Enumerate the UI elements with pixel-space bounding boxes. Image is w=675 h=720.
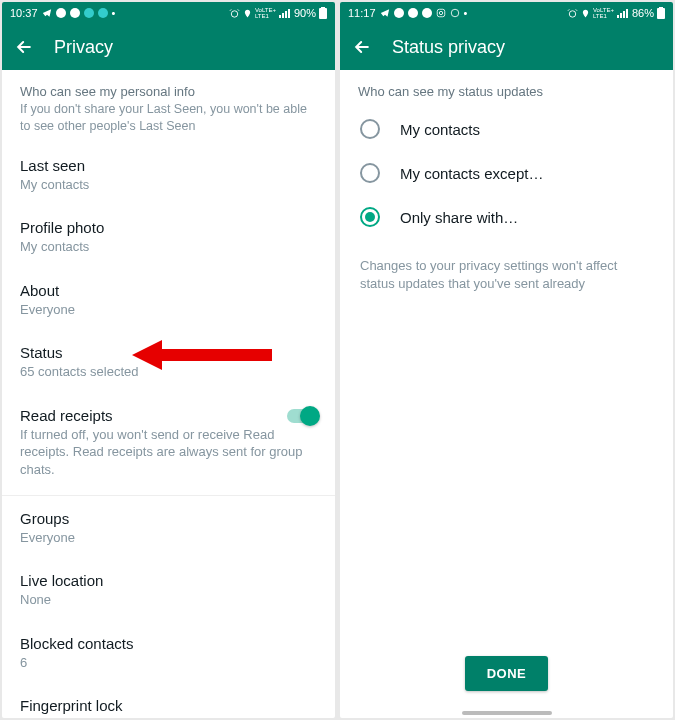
item-title: Blocked contacts bbox=[20, 635, 317, 652]
back-icon[interactable] bbox=[352, 37, 372, 57]
circle-icon bbox=[408, 8, 418, 18]
svg-point-17 bbox=[451, 9, 459, 17]
radio-group: My contacts My contacts except… Only sha… bbox=[340, 101, 673, 249]
svg-rect-24 bbox=[659, 7, 663, 9]
signal-icon bbox=[279, 8, 291, 18]
battery-icon bbox=[319, 7, 327, 19]
read-receipts-toggle[interactable] bbox=[287, 409, 317, 423]
page-title: Status privacy bbox=[392, 37, 505, 58]
svg-rect-22 bbox=[626, 9, 628, 18]
instagram-icon bbox=[436, 8, 446, 18]
back-icon[interactable] bbox=[14, 37, 34, 57]
item-sub: None bbox=[20, 591, 317, 609]
svg-rect-23 bbox=[657, 8, 665, 19]
phone-left-privacy: 10:37 • VoLTE+LTE1 90% Privacy Who can s… bbox=[2, 2, 335, 718]
section-subtext: If you don't share your Last Seen, you w… bbox=[2, 101, 335, 145]
svg-point-14 bbox=[422, 8, 432, 18]
location-icon bbox=[581, 8, 590, 19]
telegram-icon bbox=[42, 8, 52, 18]
item-title: Status bbox=[20, 344, 317, 361]
title-bar: Status privacy bbox=[340, 24, 673, 70]
item-groups[interactable]: Groups Everyone bbox=[2, 498, 335, 561]
item-sub: My contacts bbox=[20, 176, 317, 194]
item-sub: My contacts bbox=[20, 238, 317, 256]
svg-point-3 bbox=[98, 8, 108, 18]
svg-rect-5 bbox=[279, 15, 281, 18]
title-bar: Privacy bbox=[2, 24, 335, 70]
circle-icon bbox=[84, 8, 94, 18]
battery-icon bbox=[657, 7, 665, 19]
svg-rect-21 bbox=[623, 11, 625, 18]
item-sub: Everyone bbox=[20, 529, 317, 547]
status-privacy-content: Who can see my status updates My contact… bbox=[340, 70, 673, 718]
svg-point-0 bbox=[56, 8, 66, 18]
dot-icon: • bbox=[464, 7, 468, 19]
item-sub: Everyone bbox=[20, 301, 317, 319]
radio-my-contacts[interactable]: My contacts bbox=[340, 107, 673, 151]
item-about[interactable]: About Everyone bbox=[2, 270, 335, 333]
phone-right-status-privacy: 11:17 • VoLTE+LTE1 86% Status privacy Wh… bbox=[340, 2, 673, 718]
done-wrap: DONE bbox=[340, 642, 673, 711]
svg-point-4 bbox=[231, 10, 237, 16]
battery-pct: 86% bbox=[632, 7, 654, 19]
item-title: Live location bbox=[20, 572, 317, 589]
item-sub: 65 contacts selected bbox=[20, 363, 317, 381]
telegram-icon bbox=[380, 8, 390, 18]
signal-icon bbox=[617, 8, 629, 18]
item-title: Profile photo bbox=[20, 219, 317, 236]
item-title: Groups bbox=[20, 510, 317, 527]
item-title: Fingerprint lock bbox=[20, 697, 317, 714]
clock: 10:37 bbox=[10, 7, 38, 19]
nav-hint bbox=[462, 711, 552, 715]
circle-icon bbox=[98, 8, 108, 18]
radio-label: Only share with… bbox=[400, 209, 518, 226]
item-title: About bbox=[20, 282, 317, 299]
item-fingerprint-lock[interactable]: Fingerprint lock Disabled bbox=[2, 685, 335, 718]
item-title: Last seen bbox=[20, 157, 317, 174]
item-blocked-contacts[interactable]: Blocked contacts 6 bbox=[2, 623, 335, 686]
radio-only-share-with[interactable]: Only share with… bbox=[340, 195, 673, 239]
dot-icon: • bbox=[112, 7, 116, 19]
network-label: VoLTE+LTE1 bbox=[593, 7, 614, 19]
item-sub: If turned off, you won't send or receive… bbox=[20, 426, 317, 479]
svg-point-2 bbox=[84, 8, 94, 18]
status-bar: 10:37 • VoLTE+LTE1 90% bbox=[2, 2, 335, 24]
circle-icon bbox=[56, 8, 66, 18]
radio-icon bbox=[360, 119, 380, 139]
done-button[interactable]: DONE bbox=[465, 656, 549, 691]
item-status[interactable]: Status 65 contacts selected bbox=[2, 332, 335, 395]
radio-icon bbox=[360, 207, 380, 227]
svg-rect-15 bbox=[437, 9, 445, 17]
circle-icon bbox=[422, 8, 432, 18]
item-profile-photo[interactable]: Profile photo My contacts bbox=[2, 207, 335, 270]
svg-rect-19 bbox=[617, 15, 619, 18]
svg-rect-20 bbox=[620, 13, 622, 18]
section-header: Who can see my personal info bbox=[2, 70, 335, 101]
item-sub: Disabled bbox=[20, 716, 317, 718]
radio-my-contacts-except[interactable]: My contacts except… bbox=[340, 151, 673, 195]
circle-icon bbox=[394, 8, 404, 18]
item-sub: 6 bbox=[20, 654, 317, 672]
svg-rect-6 bbox=[282, 13, 284, 18]
item-read-receipts[interactable]: Read receipts If turned off, you won't s… bbox=[2, 395, 335, 493]
whatsapp-icon bbox=[450, 8, 460, 18]
location-icon bbox=[243, 8, 252, 19]
radio-label: My contacts bbox=[400, 121, 480, 138]
svg-point-12 bbox=[394, 8, 404, 18]
svg-point-13 bbox=[408, 8, 418, 18]
svg-point-1 bbox=[70, 8, 80, 18]
privacy-note: Changes to your privacy settings won't a… bbox=[340, 249, 673, 301]
svg-rect-7 bbox=[285, 11, 287, 18]
alarm-icon bbox=[229, 8, 240, 19]
svg-rect-10 bbox=[321, 7, 325, 9]
svg-rect-8 bbox=[288, 9, 290, 18]
item-live-location[interactable]: Live location None bbox=[2, 560, 335, 623]
radio-label: My contacts except… bbox=[400, 165, 543, 182]
status-bar: 11:17 • VoLTE+LTE1 86% bbox=[340, 2, 673, 24]
circle-icon bbox=[70, 8, 80, 18]
item-last-seen[interactable]: Last seen My contacts bbox=[2, 145, 335, 208]
privacy-content: Who can see my personal info If you don'… bbox=[2, 70, 335, 718]
svg-rect-9 bbox=[319, 8, 327, 19]
svg-point-16 bbox=[439, 11, 442, 14]
page-title: Privacy bbox=[54, 37, 113, 58]
